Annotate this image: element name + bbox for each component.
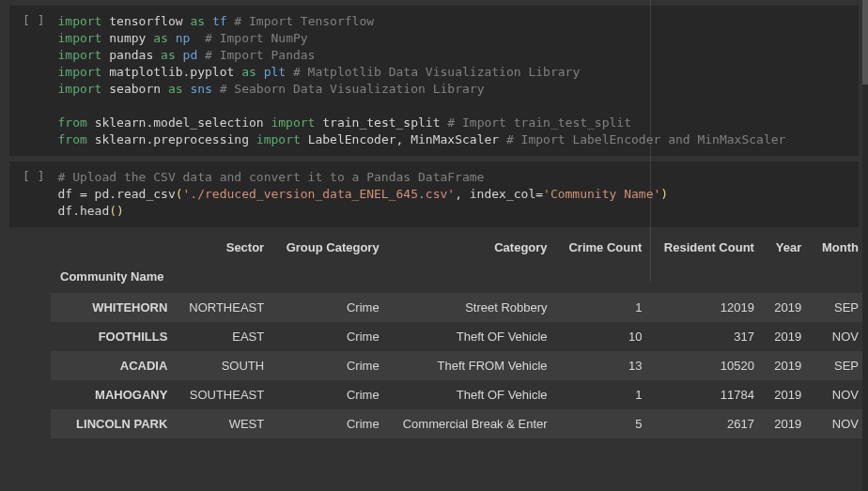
code-token: tensorflow	[109, 14, 182, 28]
cell-run-button[interactable]: [ ]	[9, 13, 57, 27]
code-token: as	[241, 65, 256, 79]
code-cell[interactable]: [ ]# Upload the CSV data and convert it …	[9, 161, 859, 227]
table-cell: Crime	[273, 409, 388, 438]
code-token: as	[153, 31, 168, 45]
code-token: )	[660, 187, 668, 201]
table-cell: NOV	[811, 409, 868, 438]
code-token: matplotlib.pyplot	[109, 65, 234, 79]
table-row: ACADIASOUTHCrimeTheft FROM Vehicle131052…	[51, 351, 868, 380]
code-token: from	[57, 132, 86, 146]
code-token: # Seaborn Data Visualization Library	[220, 82, 485, 96]
dataframe-output: SectorGroup CategoryCategoryCrime CountR…	[9, 233, 859, 438]
code-token: # Import NumPy	[205, 31, 308, 45]
code-token: tf	[212, 14, 227, 28]
table-cell: SOUTHEAST	[177, 380, 273, 409]
table-cell: 2617	[651, 409, 763, 438]
table-row: MAHOGANYSOUTHEASTCrimeTheft OF Vehicle11…	[51, 380, 868, 409]
row-index: WHITEHORN	[51, 293, 177, 322]
table-cell: Crime	[273, 322, 388, 351]
code-token: pandas	[109, 48, 153, 62]
table-cell: SEP	[811, 351, 868, 380]
code-editor[interactable]: # Upload the CSV data and convert it to …	[57, 169, 859, 220]
table-row: LINCOLN PARKWESTCrimeCommercial Break & …	[51, 409, 868, 438]
column-header: Group Category	[273, 233, 388, 260]
code-token: import	[57, 31, 101, 45]
editor-ruler	[650, 0, 651, 282]
code-token: as	[161, 48, 176, 62]
code-token: df.head	[57, 204, 109, 218]
cell-run-button[interactable]: [ ]	[9, 169, 57, 183]
table-cell: 317	[651, 322, 763, 351]
code-token: numpy	[109, 31, 146, 45]
table-cell: 10520	[651, 351, 763, 380]
table-row: WHITEHORNNORTHEASTCrimeStreet Robbery112…	[51, 293, 868, 322]
code-token: # Import train_test_split	[447, 115, 631, 130]
row-index: MAHOGANY	[51, 380, 177, 409]
code-token: LabelEncoder, MinMaxScaler	[308, 132, 500, 146]
table-cell: NOV	[811, 322, 868, 351]
table-cell: Crime	[273, 293, 388, 322]
code-token: # Matplotlib Data Visualization Library	[293, 65, 580, 79]
table-cell: EAST	[177, 322, 273, 351]
table-cell: Theft OF Vehicle	[389, 322, 557, 351]
vertical-scrollbar[interactable]	[862, 0, 868, 491]
row-index: ACADIA	[51, 351, 177, 380]
column-header: Year	[764, 233, 811, 260]
table-cell: Street Robbery	[389, 293, 557, 322]
scrollbar-thumb[interactable]	[862, 0, 868, 84]
table-cell: 11784	[651, 380, 763, 409]
table-cell: 2019	[764, 293, 811, 322]
code-token: seaborn	[109, 82, 161, 96]
code-token: , index_col=	[455, 187, 543, 201]
table-cell: 2019	[764, 322, 811, 351]
code-token: (	[176, 187, 183, 201]
row-index: LINCOLN PARK	[51, 409, 177, 438]
table-cell: Crime	[273, 380, 388, 409]
column-header: Month	[811, 233, 868, 260]
code-token: from	[57, 115, 86, 130]
index-header-row: Community Name	[51, 260, 868, 293]
table-cell: 2019	[764, 380, 811, 409]
code-token: ()	[109, 204, 124, 218]
table-cell: 1	[557, 293, 652, 322]
table-cell: NORTHEAST	[177, 293, 273, 322]
code-cell[interactable]: [ ]import tensorflow as tf # Import Tens…	[9, 6, 859, 156]
code-token: import	[57, 14, 101, 28]
code-token: './reduced_version_data_ENEL_645.csv'	[183, 187, 456, 201]
column-header: Resident Count	[651, 233, 763, 260]
code-token: # Import Pandas	[205, 48, 315, 62]
table-cell: 2019	[764, 409, 811, 438]
table-cell: 10	[557, 322, 652, 351]
code-token: 'Community Name'	[543, 187, 660, 201]
code-token: train_test_split	[322, 115, 440, 130]
table-cell: 2019	[764, 351, 811, 380]
header-blank	[51, 233, 177, 260]
table-cell: SEP	[811, 293, 868, 322]
code-editor[interactable]: import tensorflow as tf # Import Tensorf…	[57, 13, 859, 148]
index-name: Community Name	[51, 260, 177, 293]
table-header-row: SectorGroup CategoryCategoryCrime CountR…	[51, 233, 868, 260]
code-token: as	[168, 82, 183, 96]
table-cell: 13	[557, 351, 652, 380]
column-header: Crime Count	[557, 233, 652, 260]
table-cell: 12019	[651, 293, 763, 322]
code-token: sns	[190, 82, 211, 96]
code-token: import	[57, 82, 101, 96]
code-token: plt	[264, 65, 286, 79]
code-token: as	[190, 14, 205, 28]
table-cell: SOUTH	[177, 351, 273, 380]
code-token: sklearn.preprocessing	[95, 132, 249, 146]
notebook-cells: [ ]import tensorflow as tf # Import Tens…	[0, 6, 868, 227]
code-token: # Upload the CSV data and convert it to …	[57, 170, 484, 184]
table-cell: Commercial Break & Enter	[389, 409, 557, 438]
table-cell: WEST	[177, 409, 273, 438]
code-token: pd	[183, 48, 198, 62]
table-cell: Theft FROM Vehicle	[389, 351, 557, 380]
code-token: import	[256, 132, 301, 146]
code-token: sklearn.model_selection	[95, 115, 264, 130]
table-cell: Theft OF Vehicle	[389, 380, 557, 409]
code-token: import	[57, 48, 101, 62]
table-cell: Crime	[273, 351, 388, 380]
column-header: Sector	[177, 233, 273, 260]
table-cell: 1	[557, 380, 652, 409]
